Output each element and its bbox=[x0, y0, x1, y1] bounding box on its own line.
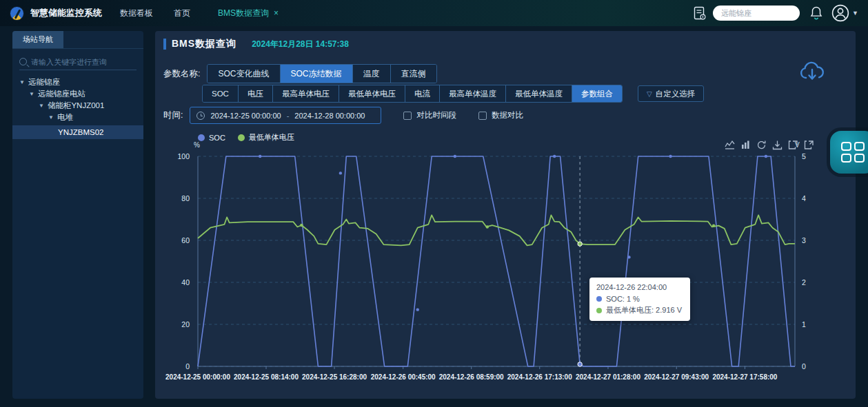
bar-chart-type-icon[interactable] bbox=[740, 140, 751, 150]
time-row: 时间: 2024-12-25 00:00:00 - 2024-12-28 00:… bbox=[163, 107, 523, 124]
notification-bell-icon[interactable] bbox=[809, 6, 823, 21]
chevron-down-icon[interactable]: ▼ bbox=[19, 79, 25, 85]
right-axis-unit: V bbox=[795, 141, 800, 149]
custom-select-label: 自定义选择 bbox=[656, 89, 696, 99]
subtab-current[interactable]: 电流 bbox=[405, 85, 440, 102]
user-menu-caret-icon[interactable]: ▼ bbox=[852, 10, 858, 17]
y-tick-label: 0 bbox=[802, 362, 806, 371]
date-range-picker[interactable]: 2024-12-25 00:00:00 - 2024-12-28 00:00:0… bbox=[190, 107, 381, 124]
cloud-download-icon[interactable] bbox=[798, 60, 826, 83]
param-name-row: 参数名称: SOC变化曲线 SOC冻结数据 温度 直流侧 bbox=[163, 64, 437, 83]
chevron-down-icon[interactable]: ▼ bbox=[29, 91, 34, 97]
subtab-max-cell-temp[interactable]: 最高单体温度 bbox=[440, 85, 506, 102]
restore-icon[interactable] bbox=[756, 140, 767, 150]
legend-item-min-voltage[interactable]: 最低单体电压 bbox=[238, 132, 294, 143]
tree-node-stack[interactable]: ▼ 电堆 bbox=[12, 112, 143, 123]
x-tick-label: 2024-12-25 00:00:00 bbox=[165, 373, 230, 381]
save-image-icon[interactable] bbox=[772, 140, 783, 150]
station-search-input[interactable] bbox=[713, 6, 800, 21]
tree-node-station[interactable]: ▼ 远能锦座电站 bbox=[12, 88, 143, 100]
x-tick-label: 2024-12-26 08:59:00 bbox=[439, 373, 504, 381]
compare-period-checkbox[interactable]: 对比时间段 bbox=[403, 110, 456, 121]
tooltip-soc-value: SOC: 1 % bbox=[606, 295, 640, 303]
sidebar-search[interactable] bbox=[19, 54, 137, 70]
chart-toolbar bbox=[725, 140, 814, 150]
sidebar-tab-divider bbox=[12, 48, 143, 49]
y-tick-label: 0 bbox=[185, 362, 190, 371]
subtab-max-cell-voltage[interactable]: 最高单体电压 bbox=[273, 85, 339, 102]
checkbox-icon[interactable] bbox=[403, 112, 412, 120]
bms-query-panel: BMS数据查询 2024年12月28日 14:57:38 参数名称: SOC变化… bbox=[155, 31, 856, 399]
subtab-min-cell-temp[interactable]: 最低单体温度 bbox=[506, 85, 572, 102]
tree-node-bms-selected[interactable]: YNJZBMS02 bbox=[12, 125, 143, 139]
search-icon bbox=[19, 58, 27, 65]
date-start-value[interactable]: 2024-12-25 00:00:00 bbox=[210, 112, 281, 120]
app-title: 智慧储能监控系统 bbox=[30, 7, 102, 19]
y-tick-label: 2 bbox=[802, 278, 806, 286]
chart-plot-area[interactable] bbox=[198, 156, 795, 366]
app-logo-icon bbox=[10, 6, 24, 21]
tab-close-icon[interactable]: × bbox=[274, 8, 279, 18]
y-tick-label: 60 bbox=[181, 236, 190, 244]
custom-select-button[interactable]: ▽ 自定义选择 bbox=[638, 85, 704, 102]
x-tick-label: 2024-12-25 08:14:00 bbox=[234, 373, 299, 381]
user-avatar-icon[interactable] bbox=[831, 4, 849, 22]
menu-item-home[interactable]: 首页 bbox=[174, 8, 190, 19]
x-axis-ticks: 2024-12-25 00:00:002024-12-25 08:14:0020… bbox=[198, 373, 795, 383]
chevron-down-icon[interactable]: ▼ bbox=[48, 114, 54, 121]
subtab-param-combo[interactable]: 参数组合 bbox=[572, 85, 622, 102]
tree-node-cabinet[interactable]: ▼ 储能柜YNJZ001 bbox=[12, 100, 143, 112]
line-chart-type-icon[interactable] bbox=[725, 140, 735, 150]
time-label: 时间: bbox=[163, 109, 183, 121]
x-tick-label: 2024-12-26 00:45:00 bbox=[371, 373, 436, 381]
y-tick-label: 40 bbox=[181, 278, 190, 286]
clock-icon bbox=[196, 112, 205, 120]
keyword-search-input[interactable] bbox=[31, 58, 128, 66]
y-tick-label: 80 bbox=[181, 194, 190, 202]
tree-node-label: YNJZBMS02 bbox=[58, 128, 103, 136]
legend-item-soc[interactable]: SOC bbox=[198, 134, 225, 142]
report-icon[interactable] bbox=[694, 6, 706, 20]
open-tab-label: BMS数据查询 bbox=[218, 8, 269, 19]
current-timestamp: 2024年12月28日 14:57:38 bbox=[252, 39, 349, 50]
tooltip-soc-row: SOC: 1 % bbox=[596, 295, 683, 303]
param-tab-group: SOC变化曲线 SOC冻结数据 温度 直流侧 bbox=[207, 64, 436, 83]
chart-tooltip: 2024-12-26 22:04:00 SOC: 1 % 最低单体电压: 2.9… bbox=[589, 278, 690, 321]
x-tick-label: 2024-12-27 01:28:00 bbox=[576, 373, 640, 381]
tree-node-yuanneng[interactable]: ▼ 远能锦座 bbox=[12, 76, 143, 88]
compare-data-label: 数据对比 bbox=[492, 110, 523, 121]
tab-temperature[interactable]: 温度 bbox=[353, 65, 391, 83]
subtab-voltage[interactable]: 电压 bbox=[239, 85, 273, 102]
quick-menu-button[interactable] bbox=[830, 131, 868, 174]
topbar: 智慧储能监控系统 数据看板 首页 BMS数据查询 × bbox=[0, 0, 868, 26]
legend-soc-label: SOC bbox=[209, 134, 225, 142]
sidebar-tab-station-nav[interactable]: 场站导航 bbox=[12, 31, 63, 48]
y-tick-label: 1 bbox=[802, 320, 806, 328]
date-end-value[interactable]: 2024-12-28 00:00:00 bbox=[294, 112, 365, 120]
y-tick-label: 100 bbox=[177, 152, 190, 160]
topbar-right: ▼ bbox=[694, 4, 858, 22]
x-tick-label: 2024-12-26 17:13:00 bbox=[507, 373, 572, 381]
y-tick-label: 3 bbox=[802, 236, 806, 244]
tooltip-voltage-value: 最低单体电压: 2.916 V bbox=[606, 305, 682, 315]
param-name-label: 参数名称: bbox=[163, 68, 200, 80]
data-zoom-back-icon[interactable] bbox=[804, 140, 814, 150]
x-tick-label: 2024-12-27 09:43:00 bbox=[644, 373, 709, 381]
subtab-soc[interactable]: SOC bbox=[203, 85, 239, 102]
screen: 智慧储能监控系统 数据看板 首页 BMS数据查询 × bbox=[0, 0, 868, 407]
tab-soc-curve[interactable]: SOC变化曲线 bbox=[208, 65, 280, 83]
tab-dc-side[interactable]: 直流侧 bbox=[391, 65, 436, 83]
menu-item-dashboard[interactable]: 数据看板 bbox=[120, 8, 153, 19]
compare-data-checkbox[interactable]: 数据对比 bbox=[478, 110, 523, 121]
open-tab-bms-query[interactable]: BMS数据查询 × bbox=[218, 8, 279, 19]
station-sidebar: 场站导航 ▼ 远能锦座 ▼ 远能锦座电站 ▼ 储能柜YNJZ001 ▼ 电堆 bbox=[12, 31, 143, 399]
x-tick-label: 2024-12-25 16:28:00 bbox=[302, 373, 367, 381]
tab-soc-frozen[interactable]: SOC冻结数据 bbox=[281, 65, 353, 83]
title-accent-bar bbox=[163, 39, 166, 50]
subtab-min-cell-voltage[interactable]: 最低单体电压 bbox=[339, 85, 405, 102]
chevron-down-icon[interactable]: ▼ bbox=[39, 103, 44, 109]
left-axis-unit: % bbox=[194, 141, 200, 149]
y-tick-label: 20 bbox=[181, 320, 190, 328]
x-tick-label: 2024-12-27 17:58:00 bbox=[712, 373, 777, 381]
checkbox-icon[interactable] bbox=[478, 112, 487, 120]
